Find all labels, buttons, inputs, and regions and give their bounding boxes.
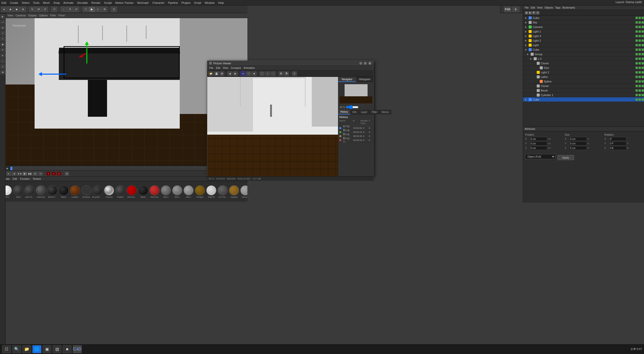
menu-create[interactable]: Create (10, 1, 18, 4)
obj-item-14[interactable]: Spline (523, 79, 644, 84)
obj-check-12-1[interactable] (638, 71, 641, 74)
mat-ball-16[interactable]: Mat 1 (183, 185, 194, 198)
obj-expand-4[interactable]: ▶ (525, 35, 528, 37)
obj-check-15-2[interactable] (641, 85, 644, 87)
psr-value[interactable]: 0 (512, 7, 519, 12)
pv-maximize[interactable]: □ (364, 62, 367, 65)
ls-magnet[interactable]: ◈ (1, 53, 5, 58)
obj-check-12-2[interactable] (641, 71, 644, 74)
render-all[interactable]: ▷ (95, 7, 101, 12)
pb-record2[interactable]: ● (51, 172, 56, 176)
mat-ball-8[interactable]: Brushed Black (92, 185, 103, 198)
obj-item-1[interactable]: ▶Sky (523, 20, 644, 25)
obj-check-9-1[interactable] (638, 57, 641, 60)
mat-ball-7[interactable]: Brushed (81, 185, 92, 198)
pb-prev-frame[interactable]: ◄ (12, 172, 16, 176)
menu-mesh[interactable]: Mesh (43, 1, 50, 4)
ls-bridge[interactable]: ◉ (1, 70, 5, 74)
obj-check-18-0[interactable] (635, 98, 638, 101)
hist-tab-info[interactable]: Info (350, 110, 359, 114)
obj-check-17-2[interactable] (641, 94, 644, 96)
pv-tb-prev[interactable]: ◀ (227, 71, 232, 76)
px-input[interactable] (529, 137, 547, 141)
obj-check-13-0[interactable] (635, 76, 638, 78)
ry-input[interactable] (609, 141, 626, 145)
ls-loop[interactable]: ◌ (1, 59, 5, 63)
taskbar-app2[interactable]: ▧ (53, 345, 62, 353)
mat-function[interactable]: Function (20, 178, 30, 180)
obj-check-2-1[interactable] (638, 26, 641, 28)
pv-tb-ab2[interactable]: B (284, 71, 289, 76)
obj-check-10-0[interactable] (635, 62, 638, 65)
mat-ball-21[interactable]: Stone A (240, 185, 247, 198)
ls-knife[interactable]: ✉ (1, 48, 5, 52)
mat-edit[interactable]: Edit (13, 178, 17, 180)
obj-check-9-0[interactable] (635, 57, 638, 60)
mat-ball-1[interactable]: Steel (13, 185, 23, 198)
mat-ball-15[interactable]: Mat 2 (172, 185, 183, 198)
obj-check-0-2[interactable] (641, 17, 644, 19)
ls-extrude[interactable]: ◼ (1, 42, 5, 47)
sz-input[interactable] (569, 146, 587, 150)
obj-expand-3[interactable]: ▶ (525, 30, 528, 33)
vp-display[interactable]: Display (28, 14, 37, 17)
apply-button[interactable]: Apply (557, 155, 574, 160)
obj-item-0[interactable]: ▶Cube (523, 16, 644, 20)
obj-check-1-2[interactable] (641, 21, 644, 24)
mat-ball-13[interactable]: Red Pan (149, 185, 160, 198)
taskbar-c4d[interactable]: C4D (73, 345, 82, 353)
obj-check-3-0[interactable] (635, 30, 638, 33)
transform-rotate[interactable]: ↺ (42, 7, 48, 12)
obj-check-2-0[interactable] (635, 26, 638, 28)
taskbar-files[interactable]: 📁 (22, 345, 31, 353)
snap-opt2[interactable]: ☍ (73, 7, 79, 12)
obj-check-17-0[interactable] (635, 94, 638, 96)
ls-rotate[interactable]: ↺ (1, 31, 5, 36)
obj-item-17[interactable]: Cylinder 1 (523, 93, 644, 97)
menu-help[interactable]: Help (218, 1, 224, 4)
taskbar-app3[interactable]: ■ (63, 345, 72, 353)
obj-check-8-0[interactable] (635, 53, 638, 55)
menu-select[interactable]: Select (22, 1, 30, 4)
hist-tab-filter[interactable]: Filter (370, 110, 379, 114)
pv-tb-region[interactable]: ☐ (246, 71, 251, 76)
mat-ball-18[interactable]: Wall 00 (206, 185, 217, 198)
pv-tb-ab[interactable]: A (278, 71, 284, 76)
obj-check-8-2[interactable] (641, 53, 644, 55)
om-icon-1[interactable]: ◀ (525, 11, 528, 15)
menu-render[interactable]: Render (91, 1, 100, 4)
transform-scale[interactable]: ⇄ (36, 7, 42, 12)
hist-row-3[interactable]: 렌더링이...00:05:0300 (339, 138, 372, 142)
rz-input[interactable] (609, 146, 626, 150)
pv-render-image[interactable] (207, 77, 338, 176)
om-icon-filter[interactable]: ☰ (536, 11, 539, 15)
obj-item-12[interactable]: Light 2 (523, 70, 644, 75)
obj-item-11[interactable]: Disc (523, 66, 644, 70)
ls-scale[interactable]: ⇄ (1, 25, 5, 30)
transform-arrow-y[interactable] (86, 43, 87, 64)
om-edit[interactable]: Edit (531, 6, 535, 9)
obj-expand-7[interactable]: ▶ (525, 48, 528, 51)
obj-check-11-1[interactable] (638, 67, 641, 69)
psr-button[interactable]: PSR (504, 7, 511, 12)
obj-item-13[interactable]: Lathe (523, 75, 644, 79)
mat-ball-10[interactable]: Rubber (115, 185, 126, 198)
mat-ball-3[interactable]: Antinoise (36, 185, 46, 198)
pb-play[interactable]: ▶ (22, 172, 27, 176)
obj-check-4-0[interactable] (635, 35, 638, 37)
obj-check-6-2[interactable] (641, 44, 644, 46)
obj-expand-8[interactable]: ▶ (527, 53, 530, 55)
obj-check-7-2[interactable] (641, 48, 644, 51)
ls-paint[interactable]: ✎ (1, 37, 5, 41)
ls-weld[interactable]: ◎ (1, 64, 5, 69)
obj-item-5[interactable]: ▶Light 2 (523, 38, 644, 43)
pv-tab-navigator[interactable]: Navigator (338, 77, 356, 82)
obj-item-9[interactable]: ▶L 0 (523, 56, 644, 61)
obj-check-11-2[interactable] (641, 67, 644, 69)
taskbar-search[interactable]: 🔍 (12, 345, 21, 353)
obj-check-15-1[interactable] (638, 85, 641, 87)
pb-play-fwd[interactable]: ▶▶ (28, 172, 32, 176)
mat-ball-19[interactable]: Car Par... (217, 185, 228, 198)
sy-input[interactable] (569, 141, 587, 145)
menu-pipeline[interactable]: Pipeline (168, 1, 178, 4)
